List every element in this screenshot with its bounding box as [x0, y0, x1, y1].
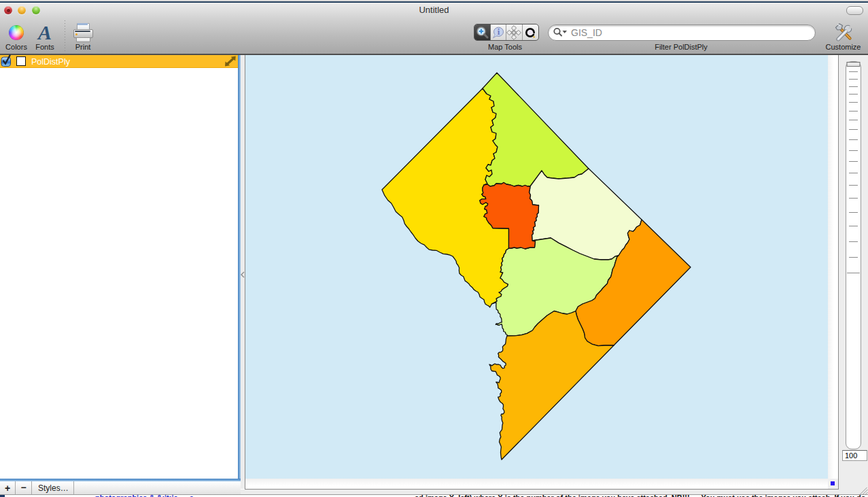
svg-text:i: i — [498, 27, 500, 37]
